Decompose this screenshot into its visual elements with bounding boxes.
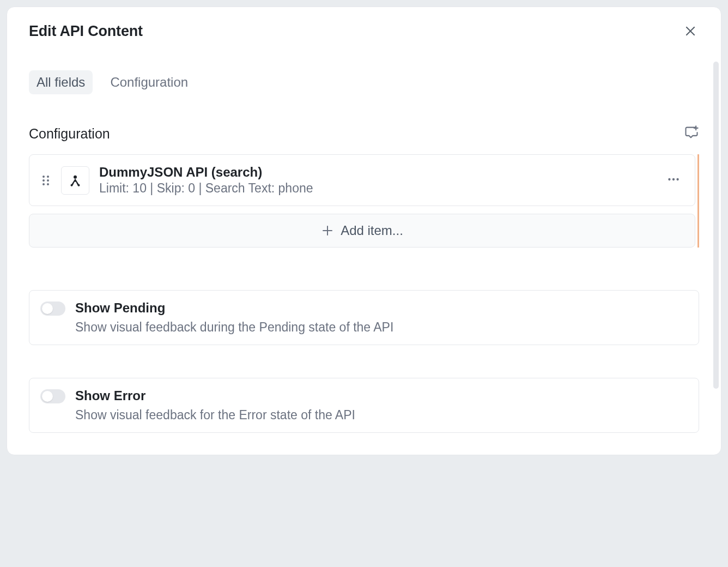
svg-point-13 [668,178,670,180]
edit-modal: Edit API Content All fields Configuratio… [7,7,721,455]
modal-title: Edit API Content [29,23,143,40]
svg-point-14 [672,178,675,180]
show-error-content: Show Error Show visual feedback for the … [75,388,355,423]
show-error-card: Show Error Show visual feedback for the … [29,378,699,433]
show-pending-toggle[interactable] [40,301,65,316]
modal-body: All fields Configuration Configuration [7,46,721,455]
tab-configuration[interactable]: Configuration [102,70,196,94]
drag-handle[interactable] [40,173,51,188]
more-button[interactable] [663,169,684,192]
svg-point-10 [74,175,77,178]
show-error-title: Show Error [75,388,355,403]
show-error-desc: Show visual feedback for the Error state… [75,408,355,423]
svg-point-11 [71,184,73,186]
show-pending-content: Show Pending Show visual feedback during… [75,300,393,335]
svg-point-8 [43,183,45,185]
add-comment-button[interactable] [684,125,699,142]
svg-point-4 [43,176,45,178]
more-icon [666,172,681,186]
toggle-section: Show Pending Show visual feedback during… [29,290,699,433]
config-item-subtitle: Limit: 10 | Skip: 0 | Search Text: phone [99,181,653,196]
show-error-toggle[interactable] [40,389,65,403]
config-item-title: DummyJSON API (search) [99,165,653,180]
svg-point-7 [47,179,49,182]
plus-icon [321,224,334,237]
add-item-label: Add item... [341,223,403,238]
add-item-button[interactable]: Add item... [29,214,695,248]
show-pending-title: Show Pending [75,300,393,316]
api-icon-box [61,166,89,195]
tabs: All fields Configuration [29,70,699,94]
config-item-text: DummyJSON API (search) Limit: 10 | Skip:… [99,165,653,196]
comment-plus-icon [684,125,699,140]
svg-point-9 [47,183,49,185]
config-item[interactable]: DummyJSON API (search) Limit: 10 | Skip:… [29,154,695,206]
scrollbar[interactable] [713,62,719,389]
show-pending-card: Show Pending Show visual feedback during… [29,290,699,345]
section-header: Configuration [29,125,699,142]
svg-point-12 [78,184,80,186]
config-list: DummyJSON API (search) Limit: 10 | Skip:… [29,154,699,248]
section-title: Configuration [29,126,110,142]
api-source-icon [67,172,83,189]
close-button[interactable] [682,22,699,40]
close-icon [684,25,697,38]
svg-point-15 [676,178,678,180]
modal-header: Edit API Content [7,7,721,46]
tab-all-fields[interactable]: All fields [29,70,93,94]
svg-point-5 [47,176,49,178]
show-pending-desc: Show visual feedback during the Pending … [75,320,393,335]
drag-icon [40,173,51,188]
svg-point-6 [43,179,45,182]
